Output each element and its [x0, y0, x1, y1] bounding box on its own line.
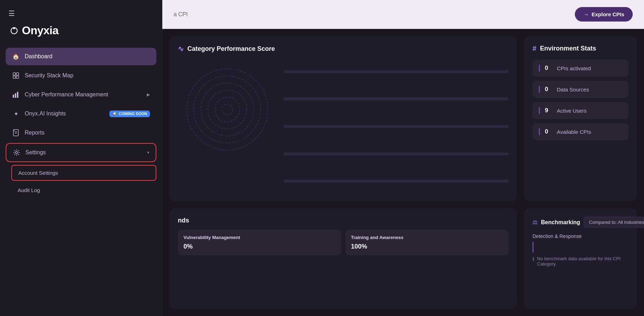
nav-items: 🏠 Dashboard Security Stack Map — [0, 48, 162, 316]
svg-point-12 — [16, 151, 18, 154]
stat-bar — [539, 65, 540, 72]
data-sources-value: 0 — [545, 86, 552, 93]
vulnerability-value: 0% — [183, 243, 336, 250]
svg-point-18 — [222, 104, 233, 115]
perf-score-card: ∿ Category Performance Score — [169, 36, 517, 201]
home-icon: 🏠 — [12, 53, 20, 60]
perf-bar-track — [284, 70, 508, 73]
sidebar-item-account-settings[interactable]: Account Settings — [11, 165, 156, 181]
svg-rect-5 — [16, 76, 19, 78]
arrow-right-icon: → — [583, 11, 589, 17]
sidebar-item-label: Onyx.AI Insights — [25, 111, 104, 117]
available-cpis-value: 0 — [545, 128, 552, 135]
trends-title: nds — [178, 217, 508, 224]
sidebar-item-label: Security Stack Map — [25, 72, 150, 79]
training-title: Training and Awareness — [351, 235, 503, 240]
explore-cpis-button[interactable]: → Explore CPIs — [575, 7, 633, 22]
logo-text: Onyxia — [22, 24, 59, 37]
perf-bar-item — [284, 97, 508, 100]
svg-rect-3 — [16, 73, 19, 75]
benchmarking-header: ⚖ Benchmarking Compared to: All Industri… — [532, 217, 628, 228]
svg-rect-4 — [13, 76, 16, 78]
perf-bars — [284, 60, 508, 193]
svg-rect-6 — [13, 95, 14, 98]
perf-bar-track — [284, 97, 508, 100]
scale-icon: ⚖ — [532, 219, 537, 226]
info-icon: ℹ — [532, 256, 534, 262]
perf-bar-track — [284, 125, 508, 128]
perf-bar-track — [284, 180, 508, 183]
env-stat-available-cpis[interactable]: 0 Available CPIs — [532, 123, 628, 140]
perf-card-body — [178, 60, 508, 193]
settings-sub-nav: Account Settings Audit Log — [6, 163, 156, 197]
performance-icon: ∿ — [178, 44, 184, 53]
stat-bar — [539, 128, 540, 135]
chevron-down-icon: ▾ — [147, 150, 149, 155]
logo-icon — [8, 25, 20, 36]
svg-point-13 — [187, 69, 268, 150]
main-header: a CPI → Explore CPIs — [162, 0, 644, 29]
svg-rect-7 — [15, 93, 16, 98]
sidebar-item-label: Settings — [25, 149, 142, 156]
sidebar-item-audit-log[interactable]: Audit Log — [11, 183, 156, 197]
training-card[interactable]: Training and Awareness 100% — [345, 230, 509, 255]
sidebar-header: ☰ — [0, 0, 162, 24]
env-stat-data-sources[interactable]: 0 Data Sources — [532, 81, 628, 98]
ai-icon: ✦ — [12, 110, 20, 118]
svg-point-14 — [194, 76, 261, 143]
cpis-activated-label: CPIs activated — [557, 65, 591, 71]
stat-bar — [539, 86, 540, 93]
env-stat-active-users[interactable]: 9 Active Users — [532, 102, 628, 119]
detection-bar — [532, 242, 534, 252]
active-users-value: 9 — [545, 107, 552, 114]
sidebar-item-cyber-performance[interactable]: Cyber Performance Management ▶ — [6, 86, 156, 103]
main-content: a CPI → Explore CPIs ∿ Category Performa… — [162, 0, 644, 316]
svg-rect-8 — [17, 92, 18, 98]
svg-point-15 — [201, 83, 254, 136]
chevron-right-icon: ▶ — [147, 92, 150, 97]
perf-bar-item — [284, 125, 508, 128]
svg-point-17 — [215, 97, 240, 122]
logo-container: Onyxia — [0, 24, 162, 48]
sidebar-item-dashboard[interactable]: 🏠 Dashboard — [6, 48, 156, 65]
compare-dropdown[interactable]: Compared to: All Industries ▾ — [584, 217, 644, 228]
svg-point-16 — [208, 90, 247, 129]
no-benchmark-message: ℹ No benchmark data available for this C… — [532, 256, 628, 267]
data-sources-label: Data Sources — [557, 87, 589, 93]
bar-chart-icon — [12, 91, 20, 99]
trends-card: nds Vulnerability Management 0% Training… — [169, 208, 517, 309]
hamburger-icon[interactable]: ☰ — [8, 10, 15, 17]
coming-soon-badge: 📢 COMING SOON — [109, 111, 150, 117]
benchmarking-card: ⚖ Benchmarking Compared to: All Industri… — [524, 208, 637, 309]
reports-icon — [12, 129, 20, 137]
account-settings-label: Account Settings — [18, 170, 149, 176]
svg-point-1 — [13, 27, 15, 29]
hash-icon: # — [532, 44, 536, 53]
env-stat-cpis-activated[interactable]: 0 CPIs activated — [532, 60, 628, 77]
sidebar-item-settings[interactable]: Settings ▾ — [6, 143, 156, 162]
category-cards: Vulnerability Management 0% Training and… — [178, 230, 508, 255]
settings-icon — [13, 149, 20, 156]
detection-response-label: Detection & Response — [532, 233, 628, 239]
benchmarking-title: Benchmarking — [541, 219, 580, 226]
perf-card-title: ∿ Category Performance Score — [178, 44, 508, 53]
sidebar: ☰ Onyxia 🏠 Dashboard Security Stack M — [0, 0, 162, 316]
sidebar-item-onyx-ai[interactable]: ✦ Onyx.AI Insights 📢 COMING SOON — [6, 105, 156, 123]
sidebar-item-security-stack-map[interactable]: Security Stack Map — [6, 67, 156, 84]
env-card-title: # Environment Stats — [532, 44, 628, 53]
breadcrumb: a CPI — [174, 11, 188, 18]
env-stats-card: # Environment Stats 0 CPIs activated 0 D… — [524, 36, 637, 201]
audit-log-label: Audit Log — [18, 187, 150, 193]
perf-bar-item — [284, 70, 508, 73]
training-value: 100% — [351, 243, 503, 250]
vulnerability-title: Vulnerability Management — [183, 235, 336, 240]
megaphone-icon: 📢 — [112, 112, 117, 116]
active-users-label: Active Users — [557, 108, 586, 114]
perf-bar-item — [284, 180, 508, 183]
vulnerability-card[interactable]: Vulnerability Management 0% — [178, 230, 341, 255]
sidebar-item-label: Reports — [25, 130, 150, 136]
svg-rect-2 — [13, 73, 16, 75]
main-body: ∿ Category Performance Score — [162, 29, 644, 316]
sidebar-item-label: Cyber Performance Management — [25, 91, 142, 98]
sidebar-item-reports[interactable]: Reports — [6, 124, 156, 142]
